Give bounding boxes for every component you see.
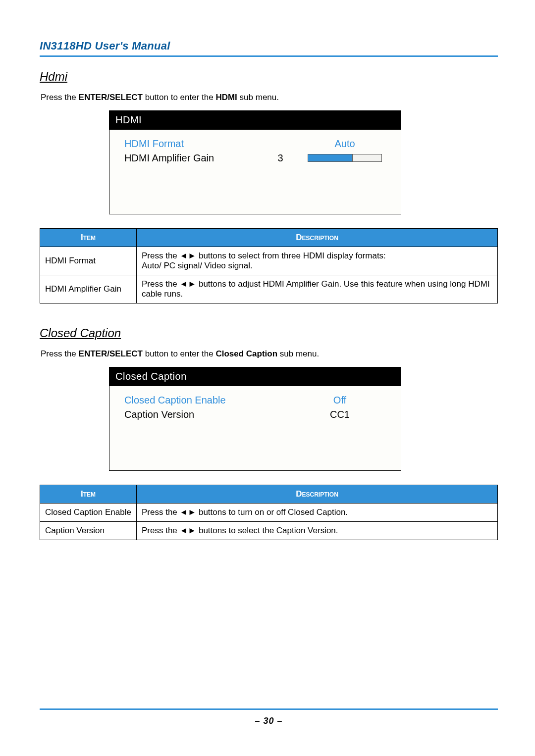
menu-label: HDMI Format <box>124 138 263 150</box>
intro-cc: Press the ENTER/SELECT button to enter t… <box>41 349 498 359</box>
menu-label: Caption Version <box>124 409 288 420</box>
menu-label: HDMI Amplifier Gain <box>124 152 263 164</box>
intro-hdmi: Press the ENTER/SELECT button to enter t… <box>41 93 498 102</box>
menu-label: Closed Caption Enable <box>124 395 288 406</box>
hdmi-desc-table: Item Description HDMI Format Press the ◄… <box>40 228 498 303</box>
intro-post: sub menu. <box>237 93 279 102</box>
desc-pre: Press the <box>142 507 180 517</box>
td-item: Closed Caption Enable <box>40 504 137 522</box>
menu-row-caption-version[interactable]: Caption Version CC1 <box>124 407 392 422</box>
slider-fill <box>308 154 352 161</box>
page: IN3118HD User's Manual Hdmi Press the EN… <box>0 0 535 756</box>
table-row: Closed Caption Enable Press the ◄► butto… <box>40 504 498 522</box>
arrows-icon: ◄► <box>180 279 197 289</box>
arrows-icon: ◄► <box>180 507 197 517</box>
menu-num: 3 <box>263 152 298 164</box>
header-rule <box>40 55 498 57</box>
td-item: Caption Version <box>40 522 137 540</box>
td-desc: Press the ◄► buttons to turn on or off C… <box>137 504 498 522</box>
hdmi-menu-body: HDMI Format Auto HDMI Amplifier Gain 3 <box>109 130 401 214</box>
desc-post: buttons to select the Caption Version. <box>196 526 338 535</box>
heading-cc: Closed Caption <box>40 326 498 340</box>
th-item: Item <box>40 485 137 504</box>
td-desc: Press the ◄► buttons to adjust HDMI Ampl… <box>137 275 498 303</box>
td-item: HDMI Amplifier Gain <box>40 275 137 303</box>
slider-container <box>298 152 392 164</box>
table-row: Caption Version Press the ◄► buttons to … <box>40 522 498 540</box>
hdmi-menu-box: HDMI HDMI Format Auto HDMI Amplifier Gai… <box>109 110 401 214</box>
intro-sub: Closed Caption <box>215 349 277 358</box>
th-desc: Description <box>137 229 498 247</box>
menu-row-cc-enable[interactable]: Closed Caption Enable Off <box>124 393 392 407</box>
footer-rule <box>40 708 498 710</box>
slider-sep <box>352 154 353 161</box>
arrows-icon: ◄► <box>180 251 197 260</box>
desc-post: buttons to turn on or off Closed Caption… <box>196 507 348 517</box>
th-item: Item <box>40 229 137 247</box>
intro-enter: ENTER/SELECT <box>79 93 143 102</box>
menu-value: Off <box>288 395 392 406</box>
menu-row-hdmi-gain[interactable]: HDMI Amplifier Gain 3 <box>124 151 392 165</box>
menu-row-hdmi-format[interactable]: HDMI Format Auto <box>124 137 392 151</box>
page-number: – 30 – <box>40 716 498 726</box>
section-hdmi: Hdmi Press the ENTER/SELECT button to en… <box>40 70 498 326</box>
intro-sub: HDMI <box>215 93 237 102</box>
cc-menu-title: Closed Caption <box>109 367 401 386</box>
section-cc: Closed Caption Press the ENTER/SELECT bu… <box>40 326 498 563</box>
heading-hdmi: Hdmi <box>40 70 498 84</box>
desc-pre: Press the <box>142 251 180 260</box>
cc-menu-box: Closed Caption Closed Caption Enable Off… <box>109 367 401 471</box>
header: IN3118HD User's Manual <box>40 40 498 70</box>
gain-slider[interactable] <box>308 154 382 162</box>
menu-value: Auto <box>298 138 392 150</box>
cc-desc-table: Item Description Closed Caption Enable P… <box>40 485 498 540</box>
intro-pre: Press the <box>41 349 79 358</box>
hdmi-menu-title: HDMI <box>109 111 401 130</box>
intro-pre: Press the <box>41 93 79 102</box>
intro-post: sub menu. <box>277 349 319 358</box>
intro-mid: button to enter the <box>143 93 215 102</box>
intro-enter: ENTER/SELECT <box>79 349 143 358</box>
footer: – 30 – <box>40 708 498 726</box>
th-desc: Description <box>137 485 498 504</box>
td-item: HDMI Format <box>40 247 137 275</box>
header-title: IN3118HD User's Manual <box>40 40 498 52</box>
td-desc: Press the ◄► buttons to select from thre… <box>137 247 498 275</box>
cc-menu-body: Closed Caption Enable Off Caption Versio… <box>109 386 401 470</box>
table-row: HDMI Amplifier Gain Press the ◄► buttons… <box>40 275 498 303</box>
table-row: HDMI Format Press the ◄► buttons to sele… <box>40 247 498 275</box>
intro-mid: button to enter the <box>143 349 215 358</box>
desc-pre: Press the <box>142 526 180 535</box>
td-desc: Press the ◄► buttons to select the Capti… <box>137 522 498 540</box>
arrows-icon: ◄► <box>180 526 197 535</box>
menu-value: CC1 <box>288 409 392 420</box>
desc-pre: Press the <box>142 279 180 289</box>
